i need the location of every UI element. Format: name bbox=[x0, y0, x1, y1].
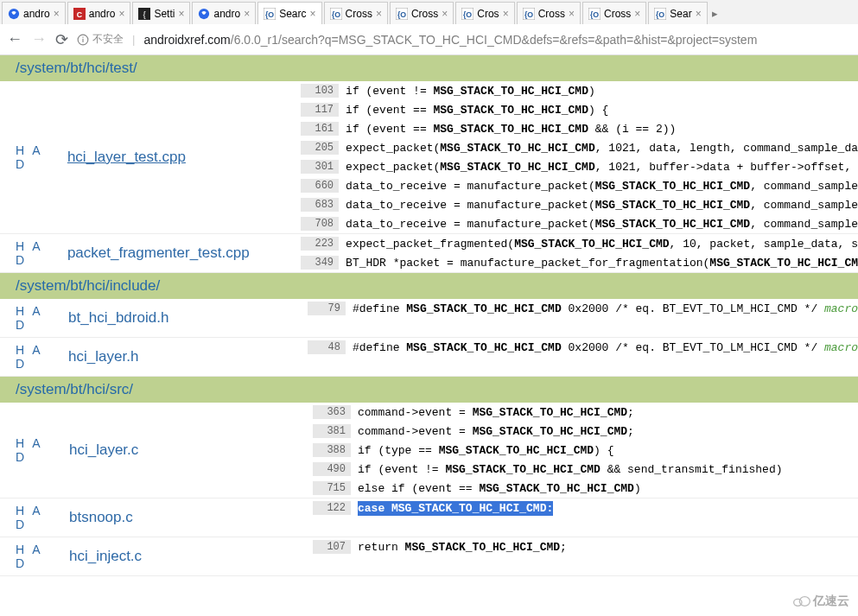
browser-tab[interactable]: {OCross× bbox=[582, 2, 646, 24]
line-number[interactable]: 161 bbox=[301, 122, 339, 136]
filename-cell: bt_hci_bdroid.h bbox=[68, 299, 308, 337]
security-status[interactable]: 不安全 bbox=[77, 32, 124, 47]
code-text: return MSG_STACK_TO_HC_HCI_CMD; bbox=[358, 541, 567, 554]
result-line[interactable]: 103if (event != MSG_STACK_TO_HC_HCI_CMD) bbox=[301, 81, 858, 100]
filename-link[interactable]: bt_hci_bdroid.h bbox=[68, 309, 168, 327]
close-icon[interactable]: × bbox=[376, 8, 382, 20]
had-links[interactable]: H A D bbox=[0, 338, 68, 376]
close-icon[interactable]: × bbox=[569, 8, 575, 20]
had-links[interactable]: H A D bbox=[0, 499, 69, 537]
browser-tab[interactable]: Candro× bbox=[67, 2, 131, 24]
result-line[interactable]: 223expect_packet_fragmented(MSG_STACK_TO… bbox=[301, 234, 858, 253]
close-icon[interactable]: × bbox=[442, 8, 448, 20]
directory-link[interactable]: /system/bt/hci/test/ bbox=[16, 60, 137, 76]
browser-tab[interactable]: {OCross× bbox=[390, 2, 454, 24]
line-number[interactable]: 117 bbox=[301, 103, 339, 117]
line-list: 122case MSG_STACK_TO_HC_HCI_CMD: bbox=[313, 499, 858, 537]
filename-link[interactable]: hci_layer.h bbox=[68, 348, 138, 365]
url-display[interactable]: androidxref.com/6.0.0_r1/search?q=MSG_ST… bbox=[143, 33, 757, 47]
browser-tab[interactable]: {OCros× bbox=[455, 2, 514, 24]
result-line[interactable]: 301expect_packet(MSG_STACK_TO_HC_HCI_CMD… bbox=[301, 157, 858, 176]
result-line[interactable]: 715else if (event == MSG_STACK_TO_HC_HCI… bbox=[313, 479, 858, 498]
result-line[interactable]: 490if (event != MSG_STACK_TO_HC_HCI_CMD … bbox=[313, 460, 858, 479]
tab-label: andro bbox=[23, 8, 50, 20]
result-line[interactable]: 48#define MSG_STACK_TO_HC_HCI_CMD 0x2000… bbox=[308, 338, 858, 357]
result-line[interactable]: 683data_to_receive = manufacture_packet(… bbox=[301, 195, 858, 214]
close-icon[interactable]: × bbox=[634, 8, 640, 20]
line-number[interactable]: 48 bbox=[308, 340, 346, 354]
line-number[interactable]: 683 bbox=[301, 198, 339, 212]
code-text: else if (event == MSG_STACK_TO_HC_HCI_CM… bbox=[358, 482, 641, 495]
browser-tab[interactable]: {Setti× bbox=[132, 2, 190, 24]
tab-label: Setti bbox=[154, 8, 175, 20]
favicon-icon: {O bbox=[264, 8, 276, 20]
browser-tab[interactable]: andro× bbox=[2, 2, 66, 24]
result-line[interactable]: 363command->event = MSG_STACK_TO_HC_HCI_… bbox=[313, 403, 858, 422]
line-number[interactable]: 107 bbox=[313, 540, 351, 554]
directory-link[interactable]: /system/bt/hci/include/ bbox=[16, 277, 160, 294]
result-line[interactable]: 388if (type == MSG_STACK_TO_HC_HCI_CMD) … bbox=[313, 441, 858, 460]
browser-tab[interactable]: {OSearc× bbox=[257, 2, 321, 24]
new-tab-button[interactable]: ▸ bbox=[709, 2, 721, 24]
favicon-icon: {O bbox=[654, 8, 666, 20]
tab-label: andro bbox=[213, 8, 240, 20]
had-links[interactable]: H A D bbox=[0, 299, 68, 337]
close-icon[interactable]: × bbox=[54, 8, 60, 20]
had-links[interactable]: H A D bbox=[0, 403, 69, 498]
filename-link[interactable]: hci_layer.c bbox=[69, 441, 138, 459]
close-icon[interactable]: × bbox=[118, 8, 124, 20]
browser-tab[interactable]: andro× bbox=[192, 2, 256, 24]
close-icon[interactable]: × bbox=[244, 8, 250, 20]
line-number[interactable]: 301 bbox=[301, 160, 339, 174]
forward-button[interactable]: → bbox=[31, 30, 47, 48]
file-row: H A Dhci_layer.h48#define MSG_STACK_TO_H… bbox=[0, 338, 858, 377]
tab-label: Cross bbox=[346, 8, 372, 20]
browser-tab[interactable]: {OCross× bbox=[324, 2, 388, 24]
code-text: if (event == MSG_STACK_TO_HC_HCI_CMD) { bbox=[346, 104, 608, 117]
line-number[interactable]: 363 bbox=[313, 405, 351, 419]
line-number[interactable]: 103 bbox=[301, 84, 339, 98]
result-line[interactable]: 708data_to_receive = manufacture_packet(… bbox=[301, 214, 858, 233]
close-icon[interactable]: × bbox=[310, 8, 316, 20]
result-line[interactable]: 122case MSG_STACK_TO_HC_HCI_CMD: bbox=[313, 499, 858, 518]
line-number[interactable]: 660 bbox=[301, 179, 339, 193]
filename-link[interactable]: hci_layer_test.cpp bbox=[67, 149, 186, 166]
result-line[interactable]: 381command->event = MSG_STACK_TO_HC_HCI_… bbox=[313, 422, 858, 441]
filename-link[interactable]: hci_inject.c bbox=[69, 548, 142, 565]
result-line[interactable]: 79#define MSG_STACK_TO_HC_HCI_CMD 0x2000… bbox=[308, 299, 858, 318]
reload-button[interactable]: ⟳ bbox=[55, 30, 68, 49]
filename-cell: btsnoop.c bbox=[69, 499, 313, 537]
line-number[interactable]: 708 bbox=[301, 217, 339, 231]
had-links[interactable]: H A D bbox=[0, 234, 67, 272]
line-number[interactable]: 715 bbox=[313, 481, 351, 495]
close-icon[interactable]: × bbox=[178, 8, 184, 20]
result-line[interactable]: 660data_to_receive = manufacture_packet(… bbox=[301, 176, 858, 195]
had-links[interactable]: H A D bbox=[0, 537, 69, 575]
close-icon[interactable]: × bbox=[503, 8, 509, 20]
line-number[interactable]: 381 bbox=[313, 424, 351, 438]
result-line[interactable]: 349BT_HDR *packet = manufacture_packet_f… bbox=[301, 253, 858, 272]
back-button[interactable]: ← bbox=[7, 30, 22, 48]
had-links[interactable]: H A D bbox=[0, 81, 67, 233]
line-number[interactable]: 223 bbox=[301, 237, 339, 251]
browser-tab[interactable]: {OCross× bbox=[517, 2, 581, 24]
code-text: expect_packet(MSG_STACK_TO_HC_HCI_CMD, 1… bbox=[346, 142, 858, 155]
code-text: if (event == MSG_STACK_TO_HC_HCI_CMD && … bbox=[346, 123, 676, 136]
filename-link[interactable]: btsnoop.c bbox=[69, 509, 133, 526]
line-number[interactable]: 122 bbox=[313, 501, 351, 515]
code-text: case MSG_STACK_TO_HC_HCI_CMD: bbox=[358, 502, 553, 515]
result-line[interactable]: 107return MSG_STACK_TO_HC_HCI_CMD; bbox=[313, 537, 858, 556]
filename-link[interactable]: packet_fragmenter_test.cpp bbox=[67, 244, 250, 262]
directory-link[interactable]: /system/bt/hci/src/ bbox=[16, 381, 133, 397]
line-number[interactable]: 490 bbox=[313, 462, 351, 476]
line-number[interactable]: 79 bbox=[308, 302, 346, 315]
line-number[interactable]: 388 bbox=[313, 443, 351, 457]
close-icon[interactable]: × bbox=[696, 8, 702, 20]
favicon-icon: C bbox=[73, 8, 86, 20]
result-line[interactable]: 205expect_packet(MSG_STACK_TO_HC_HCI_CMD… bbox=[301, 138, 858, 157]
line-number[interactable]: 349 bbox=[301, 256, 339, 270]
browser-tab[interactable]: {OSear× bbox=[648, 2, 707, 24]
line-number[interactable]: 205 bbox=[301, 141, 339, 155]
result-line[interactable]: 161if (event == MSG_STACK_TO_HC_HCI_CMD … bbox=[301, 119, 858, 138]
result-line[interactable]: 117if (event == MSG_STACK_TO_HC_HCI_CMD)… bbox=[301, 100, 858, 119]
